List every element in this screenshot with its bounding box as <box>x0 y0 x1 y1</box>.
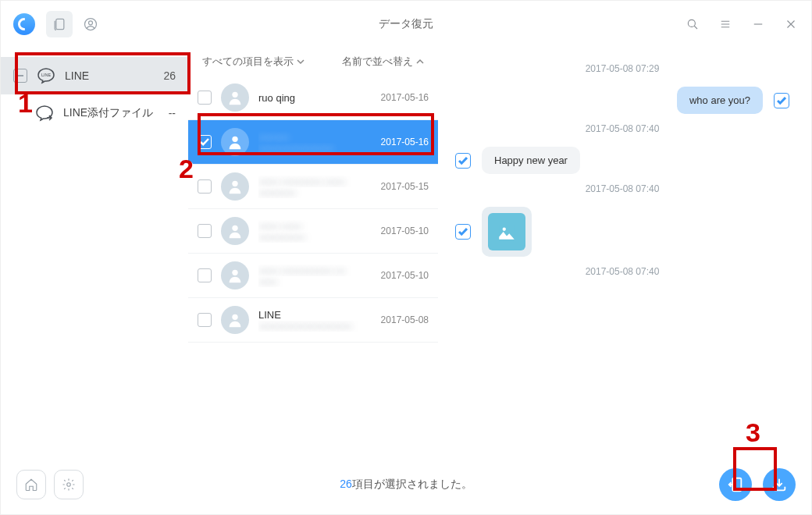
row-checkbox[interactable] <box>198 135 212 149</box>
conv-name: ——— <box>258 131 375 143</box>
chat-message-in[interactable]: Happy new year <box>455 147 789 174</box>
conv-sub: ———————— <box>258 143 375 154</box>
svg-point-5 <box>232 92 237 98</box>
chat-pane: 2017-05-08 07:29 who are you? 2017-05-08… <box>438 48 811 453</box>
svg-point-9 <box>232 270 237 275</box>
conv-sub: ————— <box>258 232 375 243</box>
sidebar: LINE LINE 26 LINE添付ファイル -- <box>1 48 188 453</box>
avatar-icon <box>221 128 249 156</box>
chat-image-bubble <box>482 207 532 257</box>
svg-text:LINE: LINE <box>41 73 52 77</box>
sort-dropdown[interactable]: 名前で並べ替え <box>342 55 424 69</box>
chevron-down-icon <box>297 58 304 66</box>
conv-name: —— ————— — <box>258 265 375 276</box>
conversation-row[interactable]: —— ———— ——————2017-05-15 <box>188 165 438 209</box>
svg-point-3 <box>688 20 695 27</box>
header-tab-2-icon[interactable] <box>77 11 104 37</box>
svg-point-12 <box>503 228 506 231</box>
close-icon[interactable] <box>783 17 799 31</box>
conv-date: 2017-05-10 <box>381 270 429 281</box>
conversation-row[interactable]: ruo qing2017-05-16 <box>188 76 438 120</box>
chat-bubble: Happy new year <box>482 147 580 174</box>
conversation-row[interactable]: LINE——————————2017-05-08 <box>188 298 438 343</box>
selection-status: 26項目が選択されました。 <box>340 478 472 492</box>
svg-point-7 <box>232 181 237 186</box>
conv-name: LINE <box>258 309 375 321</box>
conversation-row[interactable]: —— ———————2017-05-10 <box>188 209 438 254</box>
row-checkbox[interactable] <box>198 179 212 194</box>
footer: 26項目が選択されました。 <box>1 453 811 515</box>
conv-name: —— ———— —— <box>258 176 375 187</box>
sidebar-item-line[interactable]: LINE LINE 26 <box>1 57 188 94</box>
minimize-icon[interactable] <box>750 17 766 31</box>
chat-timestamp: 2017-05-08 07:40 <box>455 266 789 277</box>
chevron-up-icon <box>416 58 424 66</box>
page-title: データ復元 <box>379 17 433 31</box>
chat-timestamp: 2017-05-08 07:40 <box>455 183 789 194</box>
home-button[interactable] <box>16 470 46 499</box>
sidebar-item-count: -- <box>169 107 176 119</box>
sidebar-item-count: 26 <box>163 69 176 82</box>
chat-timestamp: 2017-05-08 07:29 <box>455 63 789 74</box>
sidebar-item-line-attachments[interactable]: LINE添付ファイル -- <box>1 94 188 132</box>
svg-rect-0 <box>56 19 64 29</box>
row-checkbox[interactable] <box>198 268 212 282</box>
conv-name: —— —— <box>258 220 375 232</box>
conv-date: 2017-05-16 <box>381 137 429 147</box>
conv-date: 2017-05-15 <box>381 181 429 192</box>
header-tab-1-icon[interactable] <box>46 11 73 37</box>
conversation-list: すべての項目を表示 名前で並べ替え ruo qing2017-05-16————… <box>188 48 438 453</box>
restore-to-device-button[interactable] <box>719 468 752 501</box>
sidebar-item-label: LINE添付ファイル <box>63 106 153 120</box>
collapse-toggle-icon[interactable] <box>13 69 27 83</box>
chat-timestamp: 2017-05-08 07:40 <box>455 123 789 134</box>
avatar-icon <box>221 172 249 201</box>
svg-point-13 <box>67 483 71 487</box>
row-checkbox[interactable] <box>198 224 212 238</box>
conv-date: 2017-05-08 <box>381 314 429 325</box>
avatar-icon <box>221 83 249 112</box>
message-checkbox[interactable] <box>455 153 471 169</box>
export-button[interactable] <box>763 468 796 501</box>
svg-point-6 <box>232 137 237 142</box>
svg-point-2 <box>89 21 93 25</box>
avatar-icon <box>221 306 249 334</box>
avatar-icon <box>221 261 249 289</box>
chat-message-out[interactable]: who are you? <box>455 87 789 114</box>
menu-icon[interactable] <box>718 17 733 31</box>
image-placeholder-icon <box>488 213 525 250</box>
search-icon[interactable] <box>685 17 700 31</box>
conversation-row[interactable]: ———————————2017-05-16 <box>188 120 438 165</box>
conv-date: 2017-05-16 <box>381 92 429 103</box>
message-checkbox[interactable] <box>455 224 471 240</box>
conv-date: 2017-05-10 <box>381 226 429 236</box>
filter-dropdown[interactable]: すべての項目を表示 <box>202 55 304 69</box>
conv-sub: —— <box>258 276 375 287</box>
chat-message-in[interactable] <box>455 207 789 257</box>
row-checkbox[interactable] <box>198 91 212 105</box>
settings-button[interactable] <box>54 470 84 499</box>
line-app-icon: LINE <box>37 66 55 85</box>
sidebar-item-label: LINE <box>65 69 89 82</box>
conv-sub: ———— <box>258 187 375 198</box>
conv-sub: —————————— <box>258 321 375 332</box>
avatar-icon <box>221 217 249 245</box>
chat-bubble: who are you? <box>677 87 763 114</box>
conv-name: ruo qing <box>258 92 375 104</box>
message-checkbox[interactable] <box>774 93 789 108</box>
svg-point-10 <box>232 314 237 320</box>
app-logo <box>13 13 35 35</box>
row-checkbox[interactable] <box>198 313 212 327</box>
line-attachment-icon <box>35 104 54 123</box>
svg-point-8 <box>232 226 237 231</box>
conversation-row[interactable]: —— ————— ———2017-05-10 <box>188 254 438 298</box>
